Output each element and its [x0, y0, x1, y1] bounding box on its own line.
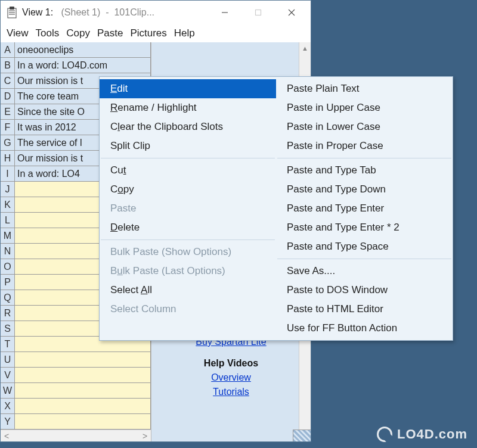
title-app: 101Clip... [114, 7, 154, 17]
row-header[interactable]: F [1, 120, 15, 135]
menu-item[interactable]: Edit [100, 79, 276, 98]
menu-copy[interactable]: Copy [63, 26, 94, 41]
menu-separator [277, 259, 451, 259]
row-header[interactable]: N [1, 244, 15, 259]
app-icon [7, 7, 17, 18]
menu-item: Paste [100, 199, 276, 218]
menu-item[interactable]: Cut [100, 161, 276, 180]
grid-cell[interactable]: In a word: LO4D.com [15, 58, 150, 73]
grid-row[interactable]: W [1, 383, 150, 399]
svg-rect-6 [256, 10, 261, 15]
help-videos-heading: Help Videos [156, 358, 306, 369]
menu-paste[interactable]: Paste [94, 26, 126, 41]
row-header[interactable]: L [1, 213, 15, 228]
menu-separator [277, 158, 451, 158]
row-header[interactable]: B [1, 58, 15, 73]
scroll-up-arrow[interactable]: ▲ [299, 42, 311, 54]
title-sheet: (Sheet 1) [61, 7, 101, 17]
menu-item[interactable]: Paste and Type Enter [276, 199, 453, 218]
menu-item[interactable]: Paste to HTML Editor [276, 300, 453, 319]
grid-cell[interactable]: oneooneclips [15, 42, 150, 57]
row-header[interactable]: C [1, 73, 15, 88]
context-menu-right-column: Paste Plain TextPaste in Upper CasePaste… [276, 77, 453, 340]
menu-item[interactable]: Save As.... [276, 262, 453, 281]
minimize-button[interactable] [208, 2, 241, 23]
row-header[interactable]: O [1, 259, 15, 274]
menu-item[interactable]: Paste to DOS Window [276, 281, 453, 300]
row-header[interactable]: S [1, 321, 15, 336]
menu-item[interactable]: Split Clip [100, 136, 276, 155]
grid-row[interactable]: Aoneooneclips [1, 42, 150, 58]
context-menu-left-column: EditRename / HighlightClear the Clipboar… [100, 77, 276, 340]
maximize-button[interactable] [241, 2, 275, 23]
close-button[interactable] [275, 2, 308, 23]
watermark-icon [377, 427, 392, 442]
title-prefix: View 1: [22, 7, 53, 17]
menu-tools[interactable]: Tools [32, 26, 63, 41]
menu-item[interactable]: Paste and Type Tab [276, 161, 453, 180]
horizontal-scrollbar[interactable]: < > [1, 430, 151, 441]
row-header[interactable]: K [1, 197, 15, 212]
menu-item: Bulk Paste (Show Options) [100, 242, 276, 262]
grid-row[interactable]: Y [1, 414, 150, 430]
menu-item[interactable]: Clear the Clipboard Slots [100, 117, 276, 136]
menu-separator [101, 239, 275, 240]
grid-cell[interactable] [15, 368, 150, 382]
menu-view[interactable]: View [3, 26, 32, 41]
row-header[interactable]: A [1, 42, 15, 57]
watermark: LO4D.com [377, 427, 467, 442]
svg-rect-0 [8, 8, 16, 18]
scroll-left-arrow[interactable]: < [1, 431, 13, 441]
row-header[interactable]: R [1, 306, 15, 321]
title-bar: View 1: (Sheet 1) - 101Clip... [1, 1, 311, 24]
menu-item: Bulk Paste (Last Options) [100, 262, 276, 281]
menu-help[interactable]: Help [171, 26, 199, 41]
menu-item[interactable]: Paste and Type Space [276, 237, 453, 256]
row-header[interactable]: T [1, 337, 15, 351]
menu-pictures[interactable]: Pictures [126, 26, 170, 41]
tutorials-link[interactable]: Tutorials [156, 387, 306, 397]
menu-separator [101, 158, 275, 158]
row-header[interactable]: D [1, 89, 15, 104]
menu-item[interactable]: Paste in Proper Case [276, 136, 453, 155]
row-header[interactable]: V [1, 368, 15, 382]
svg-rect-1 [10, 7, 14, 10]
scroll-right-arrow[interactable]: > [139, 431, 151, 441]
menu-item[interactable]: Paste Plain Text [276, 79, 453, 98]
overview-link[interactable]: Overview [156, 372, 306, 383]
context-menu: EditRename / HighlightClear the Clipboar… [99, 76, 453, 341]
window-controls [208, 2, 308, 23]
grid-cell[interactable] [15, 399, 150, 413]
row-header[interactable]: Q [1, 290, 15, 305]
grid-cell[interactable] [15, 414, 150, 429]
window-title: View 1: (Sheet 1) - 101Clip... [22, 7, 208, 18]
grid-row[interactable]: BIn a word: LO4D.com [1, 58, 150, 73]
row-header[interactable]: H [1, 151, 15, 166]
row-header[interactable]: J [1, 182, 15, 197]
grid-cell[interactable] [15, 352, 150, 367]
menu-item[interactable]: Rename / Highlight [100, 98, 276, 117]
resize-grip[interactable] [293, 430, 311, 441]
row-header[interactable]: W [1, 383, 15, 398]
row-header[interactable]: X [1, 399, 15, 413]
menu-item[interactable]: Paste in Upper Case [276, 98, 453, 117]
menu-item[interactable]: Copy [100, 180, 276, 199]
menu-item[interactable]: Paste in Lower Case [276, 117, 453, 136]
menu-item[interactable]: Paste and Type Enter * 2 [276, 218, 453, 237]
menu-item[interactable]: Paste and Type Down [276, 180, 453, 199]
grid-row[interactable]: X [1, 399, 150, 414]
row-header[interactable]: I [1, 166, 15, 181]
menu-bar: ViewToolsCopyPastePicturesHelp [1, 24, 311, 42]
row-header[interactable]: Y [1, 414, 15, 429]
grid-row[interactable]: U [1, 352, 150, 368]
grid-cell[interactable] [15, 383, 150, 398]
menu-item[interactable]: Delete [100, 218, 276, 237]
row-header[interactable]: U [1, 352, 15, 367]
menu-item[interactable]: Select All [100, 281, 276, 300]
menu-item[interactable]: Use for FF Button Action [276, 319, 453, 338]
row-header[interactable]: E [1, 104, 15, 119]
row-header[interactable]: P [1, 275, 15, 290]
row-header[interactable]: G [1, 135, 15, 150]
row-header[interactable]: M [1, 228, 15, 243]
grid-row[interactable]: V [1, 368, 150, 383]
